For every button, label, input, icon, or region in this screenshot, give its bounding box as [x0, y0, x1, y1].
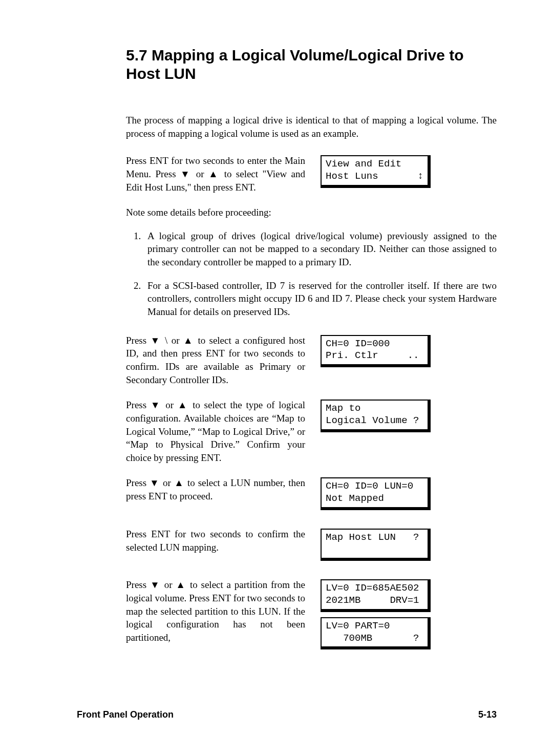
notes-list: A logical group of drives (logical drive… [126, 229, 497, 319]
up-triangle-icon [178, 400, 189, 410]
lcd-line [326, 544, 331, 555]
text-fragment: Press [126, 579, 150, 590]
lcd-box: View and Edit Host Luns↕ [321, 155, 431, 188]
step5-text: Press ENT for two seconds to confirm the… [126, 528, 305, 554]
lcd-line: CH=0 ID=0 LUN=0 [326, 480, 413, 492]
lcd-line: 700MB ? [326, 633, 419, 644]
step1-text: Press ENT for two seconds to enter the M… [126, 154, 305, 194]
lcd-line: Map Host LUN ? [326, 532, 419, 543]
intro-paragraph: The process of mapping a logical drive i… [126, 114, 497, 140]
text-fragment: Press [126, 335, 150, 346]
step-row-6: Press or to select a partition from the … [126, 578, 497, 655]
lcd-display-5: Map Host LUN ? [321, 528, 431, 566]
up-triangle-icon [183, 335, 194, 346]
text-fragment: Press [126, 477, 150, 488]
step-row-5: Press ENT for two seconds to confirm the… [126, 528, 497, 566]
lcd-display-4: CH=0 ID=0 LUN=0 Not Mapped [321, 476, 431, 515]
lcd-box: LV=0 PART=0 700MB ? [321, 617, 431, 650]
lcd-line: Pri. Ctlr .. [326, 350, 419, 361]
step3-text: Press or to select the type of logical c… [126, 398, 305, 464]
section-heading: 5.7 Mapping a Logical Volume/Logical Dri… [126, 46, 497, 83]
step6-text: Press or to select a partition from the … [126, 578, 305, 644]
text-fragment: or [161, 579, 176, 590]
lcd-box: CH=0 ID=0 LUN=0 Not Mapped [321, 477, 431, 510]
note-intro: Note some details before proceeding: [126, 206, 497, 219]
lcd-line: CH=0 ID=000 [326, 338, 390, 349]
note-item: A logical group of drives (logical drive… [143, 229, 497, 269]
step-row-1: Press ENT for two seconds to enter the M… [126, 154, 497, 194]
text-fragment: or [162, 400, 178, 410]
body-column: The process of mapping a logical drive i… [126, 114, 497, 655]
up-triangle-icon [208, 169, 220, 179]
text-fragment: \ or [161, 335, 183, 346]
lcd-display-6-7: LV=0 ID=685AE502 2021MB DRV=1 LV=0 PART=… [321, 578, 431, 655]
lcd-box: Map to Logical Volume ? [321, 400, 431, 432]
step-row-3: Press or to select the type of logical c… [126, 398, 497, 464]
lcd-line: Map to [326, 403, 360, 414]
text-fragment: or [192, 169, 208, 179]
lcd-display-3: Map to Logical Volume ? [321, 398, 431, 437]
lcd-line: 2021MB DRV=1 [326, 595, 419, 606]
lcd-line: LV=0 PART=0 [326, 620, 390, 632]
lcd-line: View and Edit [326, 158, 401, 170]
step-row-4: Press or to select a LUN number, then pr… [126, 476, 497, 515]
note-item: For a SCSI-based controller, ID 7 is res… [143, 279, 497, 319]
lcd-line: LV=0 ID=685AE502 [326, 582, 419, 594]
down-triangle-icon [150, 477, 160, 488]
down-triangle-icon [180, 169, 192, 179]
lcd-line: Logical Volume ? [326, 415, 419, 426]
lcd-box: CH=0 ID=000 Pri. Ctlr .. [321, 335, 431, 368]
step-row-2: Press \ or to select a configured host I… [126, 334, 497, 387]
footer-page-number: 5-13 [478, 709, 497, 720]
down-triangle-icon [150, 579, 161, 590]
lcd-line: Not Mapped [326, 493, 384, 504]
up-triangle-icon [174, 477, 184, 488]
text-fragment: or [160, 477, 174, 488]
lcd-box: Map Host LUN ? [321, 529, 431, 561]
footer-section-title: Front Panel Operation [77, 709, 174, 720]
page-footer: Front Panel Operation 5-13 [77, 709, 497, 720]
lcd-line: Host Luns [326, 171, 378, 182]
updown-arrow-icon: ↕ [418, 171, 423, 183]
lcd-display-2: CH=0 ID=000 Pri. Ctlr .. [321, 334, 431, 373]
lcd-box: LV=0 ID=685AE502 2021MB DRV=1 [321, 579, 431, 612]
lcd-display-1: View and Edit Host Luns↕ [321, 154, 431, 193]
down-triangle-icon [151, 400, 162, 410]
down-triangle-icon [150, 335, 161, 346]
step4-text: Press or to select a LUN number, then pr… [126, 476, 305, 502]
page: 5.7 Mapping a Logical Volume/Logical Dri… [0, 0, 553, 756]
up-triangle-icon [176, 579, 186, 590]
text-fragment: Press [126, 400, 151, 410]
step2-text: Press \ or to select a configured host I… [126, 334, 305, 387]
